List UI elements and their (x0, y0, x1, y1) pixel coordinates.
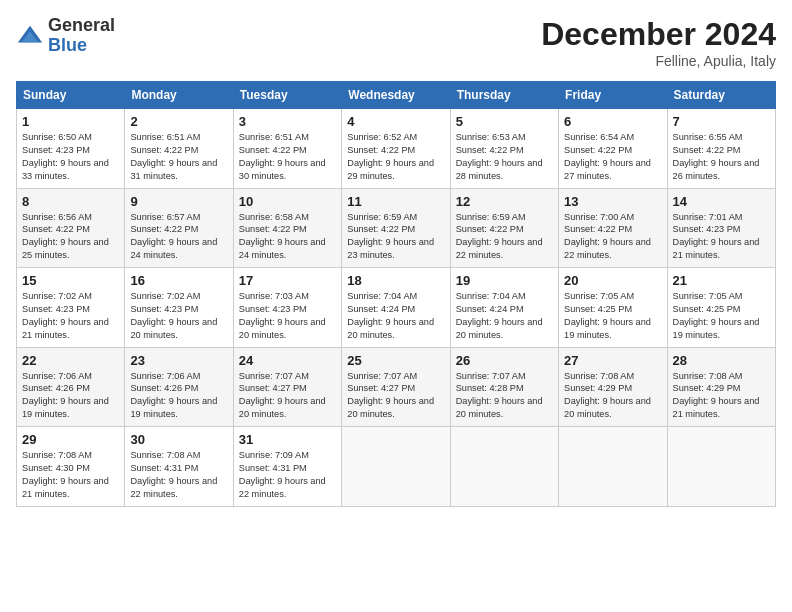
day-info: Sunrise: 6:56 AM Sunset: 4:22 PM Dayligh… (22, 211, 119, 263)
day-info: Sunrise: 6:59 AM Sunset: 4:22 PM Dayligh… (347, 211, 444, 263)
day-info: Sunrise: 7:06 AM Sunset: 4:26 PM Dayligh… (130, 370, 227, 422)
logo: General Blue (16, 16, 115, 56)
day-info: Sunrise: 7:08 AM Sunset: 4:30 PM Dayligh… (22, 449, 119, 501)
location-subtitle: Felline, Apulia, Italy (541, 53, 776, 69)
day-number: 12 (456, 194, 553, 209)
day-number: 19 (456, 273, 553, 288)
calendar-cell: 27 Sunrise: 7:08 AM Sunset: 4:29 PM Dayl… (559, 347, 667, 427)
calendar-cell: 26 Sunrise: 7:07 AM Sunset: 4:28 PM Dayl… (450, 347, 558, 427)
day-info: Sunrise: 7:01 AM Sunset: 4:23 PM Dayligh… (673, 211, 770, 263)
calendar-cell: 30 Sunrise: 7:08 AM Sunset: 4:31 PM Dayl… (125, 427, 233, 507)
day-number: 22 (22, 353, 119, 368)
calendar-cell: 5 Sunrise: 6:53 AM Sunset: 4:22 PM Dayli… (450, 109, 558, 189)
day-info: Sunrise: 7:04 AM Sunset: 4:24 PM Dayligh… (347, 290, 444, 342)
calendar-cell: 8 Sunrise: 6:56 AM Sunset: 4:22 PM Dayli… (17, 188, 125, 268)
weekday-header: Saturday (667, 82, 775, 109)
calendar-cell (667, 427, 775, 507)
day-number: 3 (239, 114, 336, 129)
day-info: Sunrise: 7:00 AM Sunset: 4:22 PM Dayligh… (564, 211, 661, 263)
calendar-cell: 29 Sunrise: 7:08 AM Sunset: 4:30 PM Dayl… (17, 427, 125, 507)
day-info: Sunrise: 6:57 AM Sunset: 4:22 PM Dayligh… (130, 211, 227, 263)
calendar-cell (450, 427, 558, 507)
calendar-cell: 21 Sunrise: 7:05 AM Sunset: 4:25 PM Dayl… (667, 268, 775, 348)
day-info: Sunrise: 6:58 AM Sunset: 4:22 PM Dayligh… (239, 211, 336, 263)
calendar-week-row: 8 Sunrise: 6:56 AM Sunset: 4:22 PM Dayli… (17, 188, 776, 268)
day-info: Sunrise: 6:54 AM Sunset: 4:22 PM Dayligh… (564, 131, 661, 183)
day-number: 4 (347, 114, 444, 129)
page-header: General Blue December 2024 Felline, Apul… (16, 16, 776, 69)
day-number: 20 (564, 273, 661, 288)
day-info: Sunrise: 7:02 AM Sunset: 4:23 PM Dayligh… (22, 290, 119, 342)
calendar-cell (559, 427, 667, 507)
day-number: 15 (22, 273, 119, 288)
day-number: 17 (239, 273, 336, 288)
title-block: December 2024 Felline, Apulia, Italy (541, 16, 776, 69)
calendar-cell: 17 Sunrise: 7:03 AM Sunset: 4:23 PM Dayl… (233, 268, 341, 348)
calendar-cell: 28 Sunrise: 7:08 AM Sunset: 4:29 PM Dayl… (667, 347, 775, 427)
calendar-header-row: SundayMondayTuesdayWednesdayThursdayFrid… (17, 82, 776, 109)
day-info: Sunrise: 7:08 AM Sunset: 4:31 PM Dayligh… (130, 449, 227, 501)
calendar-cell: 1 Sunrise: 6:50 AM Sunset: 4:23 PM Dayli… (17, 109, 125, 189)
logo-text: General Blue (48, 16, 115, 56)
day-number: 27 (564, 353, 661, 368)
calendar-cell: 24 Sunrise: 7:07 AM Sunset: 4:27 PM Dayl… (233, 347, 341, 427)
day-number: 21 (673, 273, 770, 288)
day-number: 28 (673, 353, 770, 368)
calendar-week-row: 29 Sunrise: 7:08 AM Sunset: 4:30 PM Dayl… (17, 427, 776, 507)
day-number: 6 (564, 114, 661, 129)
day-info: Sunrise: 7:02 AM Sunset: 4:23 PM Dayligh… (130, 290, 227, 342)
day-number: 2 (130, 114, 227, 129)
day-number: 7 (673, 114, 770, 129)
calendar-cell: 14 Sunrise: 7:01 AM Sunset: 4:23 PM Dayl… (667, 188, 775, 268)
day-number: 14 (673, 194, 770, 209)
weekday-header: Wednesday (342, 82, 450, 109)
day-info: Sunrise: 7:07 AM Sunset: 4:28 PM Dayligh… (456, 370, 553, 422)
weekday-header: Tuesday (233, 82, 341, 109)
day-info: Sunrise: 7:07 AM Sunset: 4:27 PM Dayligh… (347, 370, 444, 422)
calendar-cell: 16 Sunrise: 7:02 AM Sunset: 4:23 PM Dayl… (125, 268, 233, 348)
day-number: 31 (239, 432, 336, 447)
day-number: 5 (456, 114, 553, 129)
calendar-cell: 2 Sunrise: 6:51 AM Sunset: 4:22 PM Dayli… (125, 109, 233, 189)
calendar-cell (342, 427, 450, 507)
day-number: 10 (239, 194, 336, 209)
calendar-cell: 9 Sunrise: 6:57 AM Sunset: 4:22 PM Dayli… (125, 188, 233, 268)
logo-icon (16, 22, 44, 50)
weekday-header: Thursday (450, 82, 558, 109)
day-info: Sunrise: 7:09 AM Sunset: 4:31 PM Dayligh… (239, 449, 336, 501)
calendar-cell: 25 Sunrise: 7:07 AM Sunset: 4:27 PM Dayl… (342, 347, 450, 427)
day-info: Sunrise: 7:05 AM Sunset: 4:25 PM Dayligh… (564, 290, 661, 342)
day-number: 26 (456, 353, 553, 368)
day-info: Sunrise: 7:04 AM Sunset: 4:24 PM Dayligh… (456, 290, 553, 342)
day-info: Sunrise: 7:08 AM Sunset: 4:29 PM Dayligh… (673, 370, 770, 422)
day-number: 11 (347, 194, 444, 209)
weekday-header: Monday (125, 82, 233, 109)
day-number: 29 (22, 432, 119, 447)
calendar-table: SundayMondayTuesdayWednesdayThursdayFrid… (16, 81, 776, 507)
day-number: 8 (22, 194, 119, 209)
calendar-cell: 13 Sunrise: 7:00 AM Sunset: 4:22 PM Dayl… (559, 188, 667, 268)
day-info: Sunrise: 6:53 AM Sunset: 4:22 PM Dayligh… (456, 131, 553, 183)
weekday-header: Friday (559, 82, 667, 109)
calendar-cell: 15 Sunrise: 7:02 AM Sunset: 4:23 PM Dayl… (17, 268, 125, 348)
day-info: Sunrise: 7:03 AM Sunset: 4:23 PM Dayligh… (239, 290, 336, 342)
day-info: Sunrise: 6:59 AM Sunset: 4:22 PM Dayligh… (456, 211, 553, 263)
calendar-cell: 19 Sunrise: 7:04 AM Sunset: 4:24 PM Dayl… (450, 268, 558, 348)
weekday-header: Sunday (17, 82, 125, 109)
calendar-cell: 23 Sunrise: 7:06 AM Sunset: 4:26 PM Dayl… (125, 347, 233, 427)
day-number: 23 (130, 353, 227, 368)
day-number: 16 (130, 273, 227, 288)
calendar-cell: 31 Sunrise: 7:09 AM Sunset: 4:31 PM Dayl… (233, 427, 341, 507)
month-title: December 2024 (541, 16, 776, 53)
calendar-week-row: 15 Sunrise: 7:02 AM Sunset: 4:23 PM Dayl… (17, 268, 776, 348)
day-info: Sunrise: 7:08 AM Sunset: 4:29 PM Dayligh… (564, 370, 661, 422)
calendar-cell: 18 Sunrise: 7:04 AM Sunset: 4:24 PM Dayl… (342, 268, 450, 348)
day-number: 9 (130, 194, 227, 209)
day-number: 1 (22, 114, 119, 129)
calendar-week-row: 22 Sunrise: 7:06 AM Sunset: 4:26 PM Dayl… (17, 347, 776, 427)
day-info: Sunrise: 6:50 AM Sunset: 4:23 PM Dayligh… (22, 131, 119, 183)
calendar-cell: 10 Sunrise: 6:58 AM Sunset: 4:22 PM Dayl… (233, 188, 341, 268)
day-info: Sunrise: 7:05 AM Sunset: 4:25 PM Dayligh… (673, 290, 770, 342)
calendar-cell: 20 Sunrise: 7:05 AM Sunset: 4:25 PM Dayl… (559, 268, 667, 348)
day-info: Sunrise: 6:55 AM Sunset: 4:22 PM Dayligh… (673, 131, 770, 183)
